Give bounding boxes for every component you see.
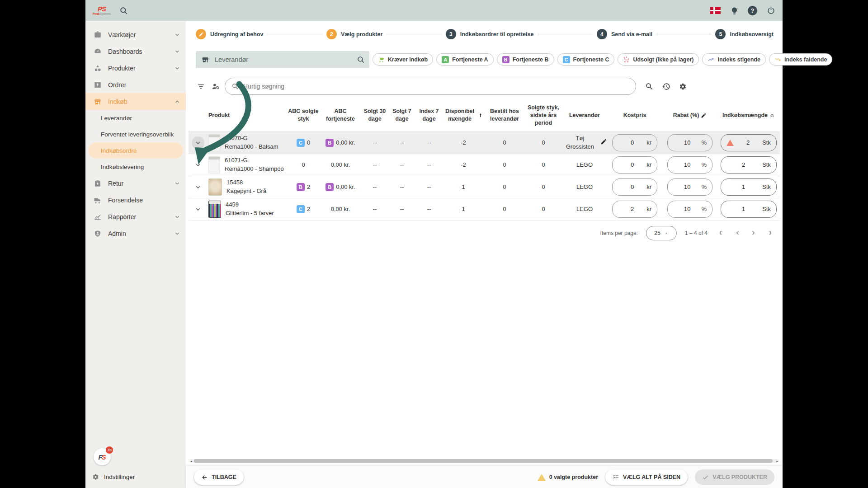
col-index-7-dage[interactable]: Index 7 dage [415,103,443,127]
supplier-filter-input[interactable] [215,56,351,63]
select-products-button[interactable]: VÆLG PRODUKTER [695,469,774,485]
expand-row-button[interactable] [192,203,204,216]
chip-indeks-faldende[interactable]: Indeks faldende [769,53,832,66]
scroll-left-arrow[interactable]: ◂ [190,460,192,463]
sidebar-item-forsendelse[interactable]: Forsendelse [85,192,186,208]
discount-input[interactable]: 10% [667,156,712,174]
fs-logo[interactable]: FS 73 [94,448,111,465]
first-page-button[interactable] [718,230,725,236]
page-size-select[interactable]: 25 [646,226,677,240]
col-solgte-styk-sidste-aars-period[interactable]: Solgte styk, sidste års period [525,99,562,131]
step-2[interactable]: 2 Vælg produkter [326,29,382,39]
topbar: PS PeakSystems ? [85,0,783,21]
table-row[interactable]: 61071-G Rema1000 - Shampoo 0 0,00 kr. --… [189,154,780,176]
step-4[interactable]: 4 Send via e-mail [597,29,652,39]
step-3[interactable]: 3 Indkøbsordrer til oprettelse [446,29,534,39]
chip-udsolgt[interactable]: Udsolgt (ikke på lager) [618,53,699,66]
sidebar-item-admin[interactable]: Admin [85,225,186,242]
previous-page-button[interactable] [734,230,741,236]
idea-bulb-icon[interactable] [730,6,739,15]
expand-row-button[interactable] [192,181,204,193]
cost-price-input[interactable]: 0kr [612,134,657,151]
quantity-input[interactable]: 2Stk [721,156,777,174]
sidebar-item-retur[interactable]: Retur [85,175,186,192]
cost-price-input[interactable]: 0kr [612,178,657,196]
collapse-double-chevron-icon[interactable] [769,113,775,118]
supplier-filter-field[interactable] [196,51,369,68]
discount-input[interactable]: 10% [667,134,712,151]
chip-indeks-stigende[interactable]: Indeks stigende [702,53,765,66]
col-kostpris[interactable]: Kostpris [607,107,662,124]
col-abc-fortjeneste[interactable]: ABC fortjeneste [320,103,361,127]
sidebar-item-ordrer[interactable]: Ordrer [85,76,186,93]
sidebar-item-vaerktojer[interactable]: Værktøjer [85,26,186,43]
denmark-flag-icon[interactable] [710,7,721,14]
search-icon[interactable] [644,81,654,91]
sidebar-item-indstillinger[interactable]: Indstillinger [92,470,186,483]
chevron-down-icon [174,214,180,220]
last-page-button[interactable] [766,230,773,236]
discount-input[interactable]: 10% [667,178,712,196]
expand-row-button[interactable] [192,159,204,171]
col-indkobsmaengde[interactable]: Indkøbsmængde [717,107,780,124]
sidebar-subitem-indkobslevering[interactable]: Indkøbslevering [85,159,186,175]
next-page-button[interactable] [750,230,757,236]
chip-fortjeneste-b[interactable]: B Fortjeneste B [497,53,554,66]
sidebar-subitem-forventet-leveringsoverblik[interactable]: Forventet leveringsoverblik [85,126,186,142]
quantity-input[interactable]: 2Stk [721,134,777,151]
select-all-on-page-button[interactable]: VÆLG ALT PÅ SIDEN [605,469,688,485]
quantity-input[interactable]: 1Stk [721,178,777,196]
help-icon[interactable]: ? [748,6,757,15]
table-row[interactable]: 61070-G Rema1000 - Balsam C0 B0,00 kr. -… [189,132,780,154]
sidebar-item-dashboards[interactable]: Dashboards [85,43,186,60]
cost-price-input[interactable]: 2kr [612,201,657,218]
checklist-icon [613,474,619,481]
table-row[interactable]: 15458 Kagepynt - Grå B2 B0,00 kr. -- -- … [189,176,780,198]
search-icon[interactable] [119,6,128,15]
sidebar-subitem-indkobsordre[interactable]: Indkøbsordre [88,142,183,159]
chip-fortjeneste-a[interactable]: A Fortjeneste A [436,53,493,66]
col-rabat[interactable]: Rabat (%) [662,107,717,124]
step-1[interactable]: Udregning af behov [196,29,263,39]
col-disponibel-maengde[interactable]: Disponibel mængde [443,103,484,127]
horizontal-scrollbar[interactable]: ◂ ▸ [189,459,779,463]
quick-search-input[interactable] [243,83,629,90]
sidebar-item-produkter[interactable]: Produkter [85,60,186,76]
col-produkt[interactable]: Produkt [208,107,287,124]
table-row[interactable]: 4459 Glitterlim - 5 farver C2 0,00 kr. -… [189,198,780,221]
history-icon[interactable] [661,81,671,91]
sidebar-item-rapporter[interactable]: Rapporter [85,208,186,225]
topbar-actions: ? [710,6,775,15]
col-bestilt-hos-leverandor[interactable]: Bestilt hos leverandør [484,103,525,127]
col-leverandor[interactable]: Leverandør [562,107,607,124]
chip-kraever-indkob[interactable]: Kræver indkøb [373,53,433,66]
sort-ascending-icon [478,113,483,118]
warning-icon [538,474,546,481]
cost-price-input[interactable]: 0kr [612,156,657,174]
power-icon[interactable] [766,6,775,15]
col-solgt-30-dage[interactable]: Solgt 30 dage [361,103,388,127]
back-button[interactable]: TILBAGE [194,469,244,485]
scroll-right-arrow[interactable]: ▸ [776,460,778,463]
sidebar-item-indkob[interactable]: Indkøb [85,93,186,110]
gear-icon[interactable] [678,81,688,91]
step-1-label: Udregning af behov [210,31,263,38]
chip-fortjeneste-c[interactable]: C Fortjeneste C [557,53,615,66]
filter-list-icon[interactable] [196,81,206,91]
scrollbar-thumb[interactable] [194,459,773,463]
app-logo[interactable]: PS PeakSystems [93,5,111,16]
edit-supplier-icon[interactable] [600,138,607,147]
person-search-icon[interactable] [210,81,220,91]
chevron-down-icon [174,48,180,55]
quantity-input[interactable]: 1Stk [721,201,777,218]
step-1-edit-icon [196,29,206,39]
col-abc-solgte-styk[interactable]: ABC solgte styk [287,103,320,127]
step-5[interactable]: 5 Indkøbsoversigt [715,29,774,39]
discount-input[interactable]: 10% [667,201,712,218]
footer-bar: TILBAGE 0 valgte produkter VÆLG ALT PÅ S… [186,466,783,488]
edit-pencil-icon[interactable] [701,113,707,118]
sidebar-subitem-leverandor[interactable]: Leverandør [85,110,186,126]
quick-search-field[interactable] [225,78,636,95]
col-solgt-7-dage[interactable]: Solgt 7 dage [388,103,415,127]
expand-row-button[interactable] [192,136,204,149]
